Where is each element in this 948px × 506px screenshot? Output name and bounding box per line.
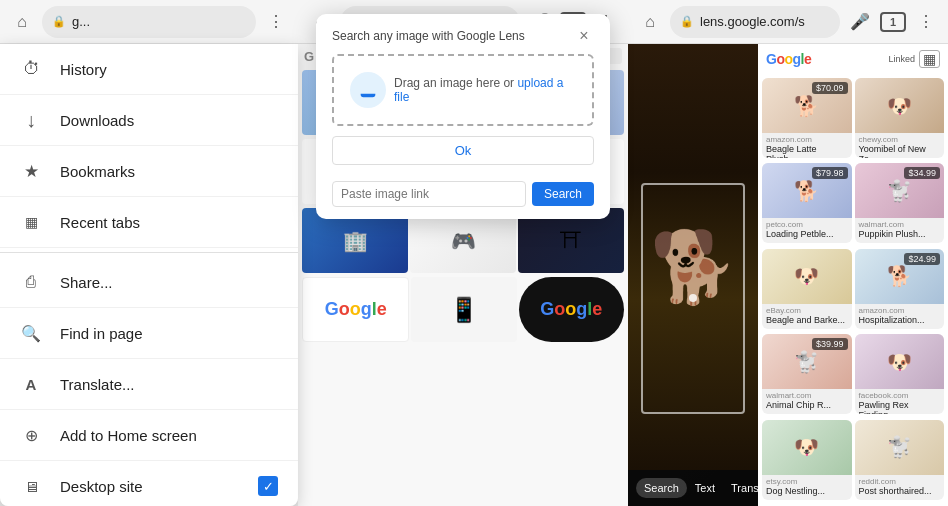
menu-divider-1: [0, 252, 298, 253]
result-img-2: 🐶: [855, 78, 945, 133]
bookmarks-label: Bookmarks: [60, 163, 278, 180]
result-price-4: $34.99: [904, 167, 940, 179]
result-img-9: 🐶: [762, 420, 852, 475]
menu-item-share[interactable]: ⎙ Share...: [0, 257, 298, 308]
address-text-1: g...: [72, 14, 90, 29]
lens-result-card-2[interactable]: 🐶 chewy.com Yoomibel of New Ze...: [855, 78, 945, 158]
grid-toggle[interactable]: ▦: [919, 50, 940, 68]
add-home-icon: ⊕: [20, 424, 42, 446]
lens-focus-dot: [689, 294, 697, 302]
menu-item-translate[interactable]: A Translate...: [0, 359, 298, 410]
menu-item-bookmarks[interactable]: ★ Bookmarks: [0, 146, 298, 197]
bookmark-icon: ★: [20, 160, 42, 182]
overflow-menu-button[interactable]: ⋮: [262, 8, 290, 36]
result-info-4: walmart.com Puppikin Plush...: [855, 218, 945, 241]
result-info-10: reddit.com Post shorthaired...: [855, 475, 945, 498]
result-price-3: $79.98: [812, 167, 848, 179]
lens-drop-zone[interactable]: Drag an image here or upload a file: [332, 54, 594, 126]
lens-bottom-bar: Search Text Translate: [628, 470, 758, 506]
lens-result-card-10[interactable]: 🐩 reddit.com Post shorthaired...: [855, 420, 945, 500]
lens-result-card-8[interactable]: 🐶 facebook.com Pawling Rex Finding...: [855, 334, 945, 414]
result-img-5: 🐶: [762, 249, 852, 304]
result-price-1: $70.09: [812, 82, 848, 94]
home-button[interactable]: ⌂: [8, 8, 36, 36]
panel-lens-dialog: ⌂ 🔒 google.com/searc 🎤 1 ⋮ G 🔵 🌐 🔵: [298, 0, 628, 506]
img-thumb-12[interactable]: Google: [519, 277, 624, 342]
lens-results-header: Google Linked ▦: [758, 44, 948, 74]
result-info-2: chewy.com Yoomibel of New Ze...: [855, 133, 945, 158]
menu-item-history[interactable]: ⏱ History: [0, 44, 298, 95]
menu-item-downloads[interactable]: ↓ Downloads: [0, 95, 298, 146]
overflow-menu-button-3[interactable]: ⋮: [912, 8, 940, 36]
address-bar-3[interactable]: 🔒 lens.google.com/s: [670, 6, 840, 38]
chrome-dropdown-menu: ⏱ History ↓ Downloads ★ Bookmarks ▦ Rece…: [0, 44, 298, 506]
lens-result-card-5[interactable]: 🐶 eBay.com Beagle and Barke...: [762, 249, 852, 329]
home-button-3[interactable]: ⌂: [636, 8, 664, 36]
lens-result-card-6[interactable]: 🐕 $24.99 amazon.com Hospitalization...: [855, 249, 945, 329]
result-img-8: 🐶: [855, 334, 945, 389]
img-thumb-10[interactable]: Google: [302, 277, 409, 342]
lens-translate-tab[interactable]: Translate: [723, 478, 758, 498]
history-label: History: [60, 61, 278, 78]
img-thumb-11[interactable]: 📱: [411, 277, 516, 342]
downloads-label: Downloads: [60, 112, 278, 129]
add-home-label: Add to Home screen: [60, 427, 278, 444]
share-icon: ⎙: [20, 271, 42, 293]
lens-ok-button[interactable]: Ok: [332, 136, 594, 165]
address-bar-1[interactable]: 🔒 g...: [42, 6, 256, 38]
lens-result-card-1[interactable]: 🐕 $70.09 amazon.com Beagle Latte Plush..…: [762, 78, 852, 158]
lens-content-area: 🐕 Search Text Translate Google: [628, 44, 948, 506]
lens-upload-dialog: Search any image with Google Lens × Drag…: [316, 14, 610, 219]
lens-result-card-7[interactable]: 🐩 $39.99 walmart.com Animal Chip R...: [762, 334, 852, 414]
history-icon: ⏱: [20, 58, 42, 80]
lens-upload-icon: [350, 72, 386, 108]
linked-badge: Linked: [888, 54, 915, 64]
result-info-8: facebook.com Pawling Rex Finding...: [855, 389, 945, 414]
share-label: Share...: [60, 274, 278, 291]
downloads-icon: ↓: [20, 109, 42, 131]
result-info-9: etsy.com Dog Nestling...: [762, 475, 852, 498]
lens-url-row: Search: [316, 175, 610, 219]
recent-tabs-label: Recent tabs: [60, 214, 278, 231]
google-logo: Google: [766, 51, 811, 67]
desktop-site-checkbox[interactable]: ✓: [258, 476, 278, 496]
address-text-3: lens.google.com/s: [700, 14, 805, 29]
image-result-row-4: Google 📱 Google: [298, 275, 628, 344]
lens-url-input[interactable]: [332, 181, 526, 207]
find-icon: 🔍: [20, 322, 42, 344]
result-info-1: amazon.com Beagle Latte Plush...: [762, 133, 852, 158]
menu-item-add-home[interactable]: ⊕ Add to Home screen: [0, 410, 298, 461]
mic-button-3[interactable]: 🎤: [846, 8, 874, 36]
result-img-10: 🐩: [855, 420, 945, 475]
lens-dialog-close-button[interactable]: ×: [574, 26, 594, 46]
lens-dialog-header: Search any image with Google Lens ×: [316, 14, 610, 54]
panel-lens-results: ⌂ 🔒 lens.google.com/s 🎤 1 ⋮ 🐕: [628, 0, 948, 506]
lock-icon: 🔒: [52, 15, 66, 28]
lock-icon-3: 🔒: [680, 15, 694, 28]
lens-photo-panel: 🐕 Search Text Translate: [628, 44, 758, 506]
menu-item-desktop-site[interactable]: 🖥 Desktop site ✓: [0, 461, 298, 506]
menu-item-find-in-page[interactable]: 🔍 Find in page: [0, 308, 298, 359]
result-info-5: eBay.com Beagle and Barke...: [762, 304, 852, 327]
panel-chrome-menu: ⌂ 🔒 g... ⋮ ⏱ History ↓ Downloads ★ Bookm…: [0, 0, 298, 506]
lens-results-panel: Google Linked ▦ 🐕 $70.09 amazon.com Beag…: [758, 44, 948, 506]
recent-tabs-icon: ▦: [20, 211, 42, 233]
browser-bar-3: ⌂ 🔒 lens.google.com/s 🎤 1 ⋮: [628, 0, 948, 44]
result-info-3: petco.com Loading Petble...: [762, 218, 852, 241]
lens-search-button[interactable]: Search: [532, 182, 594, 206]
tab-count-3[interactable]: 1: [880, 12, 906, 32]
translate-label: Translate...: [60, 376, 278, 393]
desktop-site-label: Desktop site: [60, 478, 240, 495]
menu-item-recent-tabs[interactable]: ▦ Recent tabs: [0, 197, 298, 248]
lens-photo-background: 🐕: [628, 44, 758, 506]
translate-icon: A: [20, 373, 42, 395]
result-price-7: $39.99: [812, 338, 848, 350]
lens-result-card-4[interactable]: 🐩 $34.99 walmart.com Puppikin Plush...: [855, 163, 945, 243]
lens-result-card-3[interactable]: 🐕 $79.98 petco.com Loading Petble...: [762, 163, 852, 243]
lens-result-card-9[interactable]: 🐶 etsy.com Dog Nestling...: [762, 420, 852, 500]
find-in-page-label: Find in page: [60, 325, 278, 342]
lens-dialog-title: Search any image with Google Lens: [332, 29, 525, 43]
lens-text-tab[interactable]: Text: [687, 478, 723, 498]
result-info-7: walmart.com Animal Chip R...: [762, 389, 852, 412]
lens-search-tab[interactable]: Search: [636, 478, 687, 498]
